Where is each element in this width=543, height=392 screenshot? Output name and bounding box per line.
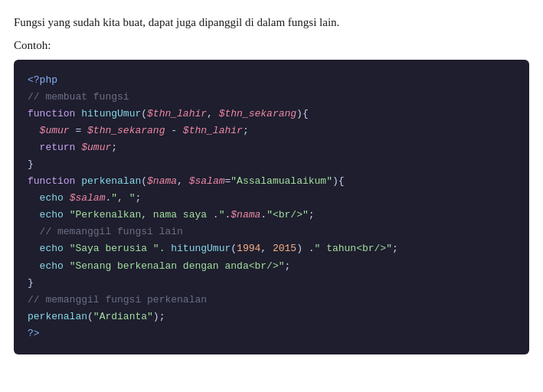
code-line-9: echo $salam.", "; [28, 190, 515, 207]
code-line-14: } [28, 275, 515, 292]
code-line-10: echo "Perkenalkan, nama saya .".$nama."<… [28, 207, 515, 224]
contoh-label: Contoh: [14, 39, 529, 52]
code-line-1: <?php [28, 72, 515, 89]
code-line-20: ?> [28, 325, 515, 342]
code-line-5: return $umur; [28, 139, 515, 156]
code-line-18: perkenalan("Ardianta"); [28, 309, 515, 325]
code-line-6: } [28, 156, 515, 173]
code-line-17: // memanggil fungsi perkenalan [28, 292, 515, 309]
code-line-11: // memanggil fungsi lain [28, 224, 515, 240]
code-block: <?php // membuat fungsi function hitungU… [14, 60, 529, 355]
code-line-4: $umur = $thn_sekarang - $thn_lahir; [28, 122, 515, 139]
description-text: Fungsi yang sudah kita buat, dapat juga … [14, 14, 529, 31]
code-line-2: // membuat fungsi [28, 89, 515, 106]
code-line-8: function perkenalan($nama, $salam="Assal… [28, 173, 515, 190]
code-line-3: function hitungUmur($thn_lahir, $thn_sek… [28, 106, 515, 122]
code-line-13: echo "Senang berkenalan dengan anda<br/>… [28, 258, 515, 275]
page-container: Fungsi yang sudah kita buat, dapat juga … [0, 0, 543, 392]
code-line-12: echo "Saya berusia ". hitungUmur(1994, 2… [28, 240, 515, 257]
